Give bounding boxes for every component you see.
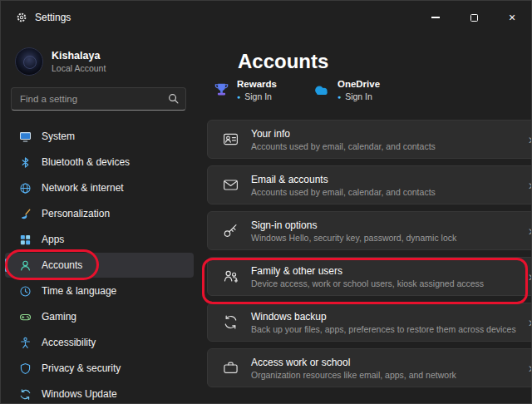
sidebar-item-accounts[interactable]: Accounts <box>5 253 194 278</box>
row-subtitle: Device access, work or school users, kio… <box>251 278 484 288</box>
close-icon: × <box>509 12 515 23</box>
avatar <box>15 47 43 76</box>
bullet-icon: ● <box>237 94 240 100</box>
row-title: Email & accounts <box>251 174 436 185</box>
row-subtitle: Back up your files, apps, preferences to… <box>251 324 516 334</box>
search-box <box>11 87 186 111</box>
user-account-type: Local Account <box>52 63 106 73</box>
sidebar-item-label: Gaming <box>42 311 76 323</box>
onedrive-label: OneDrive <box>337 79 380 89</box>
sidebar-item-label: Accounts <box>42 259 82 271</box>
sidebar-item-apps[interactable]: Apps <box>5 227 194 252</box>
sidebar-item-label: Personalization <box>42 208 110 219</box>
accounts-person-icon <box>18 259 32 272</box>
settings-window: Settings × Kishalaya Local Account <box>0 0 532 404</box>
settings-row-email-accounts[interactable]: Email & accounts Accounts used by email,… <box>207 165 532 204</box>
rewards-signin-link[interactable]: Sign In <box>244 91 272 101</box>
maximize-icon <box>470 14 478 22</box>
caption-buttons: × <box>416 1 531 34</box>
sidebar-item-label: Network & internet <box>42 182 124 194</box>
window-title: Settings <box>35 12 71 23</box>
settings-rows: Your info Accounts used by email, calend… <box>207 120 532 387</box>
sidebar-item-accessibility[interactable]: Accessibility <box>5 330 194 355</box>
settings-row-family-other-users[interactable]: Family & other users Device access, work… <box>207 257 532 296</box>
contact-card-icon <box>222 131 239 147</box>
row-subtitle: Organization resources like email, apps,… <box>251 370 456 380</box>
onedrive-cloud-icon <box>312 81 331 100</box>
chevron-right-icon: › <box>529 224 532 238</box>
settings-row-signin-options[interactable]: Sign-in options Windows Hello, security … <box>207 211 532 250</box>
rewards-label: Rewards <box>237 79 277 89</box>
chevron-right-icon: › <box>529 316 532 329</box>
personalization-brush-icon <box>18 208 32 220</box>
row-title: Sign-in options <box>251 219 456 231</box>
apps-grid-icon <box>18 234 32 246</box>
sidebar-item-privacy-security[interactable]: Privacy & security <box>5 356 194 381</box>
chevron-right-icon: › <box>529 179 532 192</box>
bullet-icon: ● <box>337 94 341 100</box>
titlebar: Settings × <box>1 1 531 34</box>
row-title: Your info <box>251 128 436 140</box>
maximize-button[interactable] <box>455 1 493 34</box>
sidebar-item-time-language[interactable]: Time & language <box>5 278 194 303</box>
row-title: Windows backup <box>251 311 516 323</box>
sidebar-item-label: Windows Update <box>42 388 117 400</box>
settings-row-windows-backup[interactable]: Windows backup Back up your files, apps,… <box>207 303 532 342</box>
sidebar-item-system[interactable]: System <box>5 124 194 149</box>
family-people-icon <box>222 269 239 284</box>
page-title: Accounts <box>238 49 532 74</box>
row-subtitle: Accounts used by email, calendar, and co… <box>251 187 436 197</box>
network-globe-icon <box>18 182 32 195</box>
envelope-icon <box>222 177 239 193</box>
chevron-right-icon: › <box>529 133 532 146</box>
rewards-trophy-icon <box>213 81 230 99</box>
sidebar-item-gaming[interactable]: Gaming <box>5 304 194 329</box>
briefcase-icon <box>222 360 239 376</box>
sidebar-item-windows-update[interactable]: Windows Update <box>5 382 194 404</box>
row-title: Access work or school <box>251 357 456 368</box>
chevron-right-icon: › <box>529 362 532 375</box>
key-icon <box>222 223 239 239</box>
sidebar-item-label: Apps <box>42 234 64 245</box>
user-profile[interactable]: Kishalaya Local Account <box>1 37 198 87</box>
settings-gear-icon <box>16 12 27 23</box>
sidebar-item-network-internet[interactable]: Network & internet <box>5 175 194 200</box>
sidebar-item-label: Privacy & security <box>42 362 121 374</box>
user-name: Kishalaya <box>52 50 106 62</box>
sidebar-item-label: Accessibility <box>42 337 96 348</box>
clock-icon <box>18 285 32 298</box>
promo-links: Rewards ● Sign In <box>213 79 532 101</box>
shield-icon <box>18 362 32 375</box>
onedrive-promo[interactable]: OneDrive ● Sign In <box>312 79 380 101</box>
sidebar-item-bluetooth-devices[interactable]: Bluetooth & devices <box>5 150 194 175</box>
sidebar-item-label: Time & language <box>42 285 116 297</box>
settings-row-access-work-school[interactable]: Access work or school Organization resou… <box>207 348 532 387</box>
backup-sync-icon <box>222 314 239 330</box>
main-content: Accounts Rewards <box>198 34 532 404</box>
selected-accent-bar <box>5 259 7 272</box>
sidebar-nav: System Bluetooth & devices <box>1 121 198 404</box>
system-icon <box>18 131 32 143</box>
minimize-icon <box>431 17 440 17</box>
row-subtitle: Accounts used by email, calendar, and co… <box>251 141 436 151</box>
onedrive-signin-link[interactable]: Sign In <box>345 91 372 101</box>
settings-row-your-info[interactable]: Your info Accounts used by email, calend… <box>207 120 532 159</box>
row-title: Family & other users <box>251 265 484 277</box>
accessibility-person-icon <box>18 337 32 349</box>
chevron-right-icon: › <box>529 270 532 283</box>
gamepad-icon <box>18 311 32 323</box>
search-icon <box>168 93 179 104</box>
rewards-promo[interactable]: Rewards ● Sign In <box>213 79 277 101</box>
sidebar-item-label: System <box>42 131 75 142</box>
update-arrows-icon <box>18 388 32 401</box>
search-input[interactable] <box>11 87 186 111</box>
close-button[interactable]: × <box>493 1 531 34</box>
bluetooth-icon <box>18 156 32 169</box>
row-subtitle: Windows Hello, security key, password, d… <box>251 233 456 243</box>
sidebar: Kishalaya Local Account <box>1 34 198 404</box>
sidebar-item-personalization[interactable]: Personalization <box>5 201 194 226</box>
minimize-button[interactable] <box>416 1 455 34</box>
sidebar-item-label: Bluetooth & devices <box>42 156 130 168</box>
